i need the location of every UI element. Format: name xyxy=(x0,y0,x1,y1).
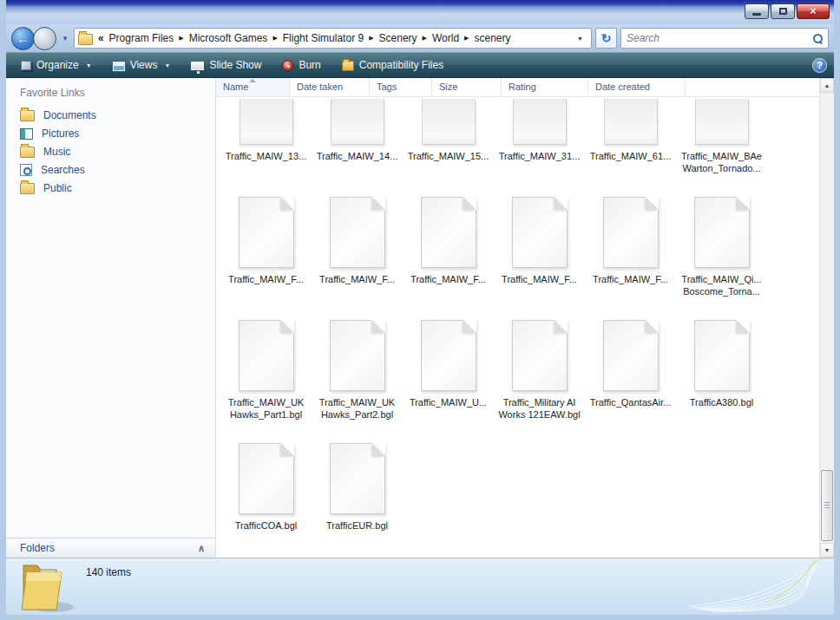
breadcrumb-item[interactable]: ▶ Microsoft Games xyxy=(175,32,267,44)
maximize-button[interactable] xyxy=(771,3,795,19)
document-partial-icon xyxy=(240,99,293,145)
vertical-scrollbar[interactable]: ▲ ▼ xyxy=(819,78,834,558)
scroll-track[interactable] xyxy=(820,93,834,543)
breadcrumb-separator-icon: ▶ xyxy=(269,35,280,42)
back-button[interactable]: ← xyxy=(11,27,35,50)
file-item[interactable]: Traffic_MAIW_F... xyxy=(312,197,403,297)
minimize-button[interactable] xyxy=(745,3,769,19)
document-icon xyxy=(239,443,294,514)
file-label: Traffic_MAIW_14... xyxy=(313,150,402,174)
help-button[interactable]: ? xyxy=(812,58,827,73)
window-frame-bottom xyxy=(6,615,834,620)
search-box xyxy=(620,28,829,49)
details-pane: 140 items xyxy=(6,558,834,615)
document-icon xyxy=(421,197,476,268)
file-item[interactable]: TrafficCOA.bgl xyxy=(220,443,312,544)
explorer-window: × ← → ▼ « ▶ Program Files ▶ Microsoft Ga… xyxy=(0,0,840,620)
file-list-area: Name Date taken Tags Size Rating Date cr… xyxy=(216,78,834,558)
file-label: Traffic_MAIW_UK Hawks_Part2.bgl xyxy=(313,396,402,421)
searches-icon xyxy=(20,164,32,176)
sidebar-item[interactable]: Searches xyxy=(6,160,215,179)
breadcrumb-item[interactable]: ▶ Scenery xyxy=(365,32,417,44)
breadcrumb: ▶ Program Files ▶ Microsoft Games ▶ Flig… xyxy=(109,32,511,44)
sidebar-item[interactable]: Public xyxy=(6,179,215,197)
file-label: Traffic_MAIW_31... xyxy=(495,150,584,174)
document-icon xyxy=(239,320,294,391)
breadcrumb-item[interactable]: ▶ World xyxy=(419,32,460,44)
file-item[interactable]: Traffic_MAIW_UK Hawks_Part2.bgl xyxy=(312,320,403,421)
refresh-icon: ↻ xyxy=(601,31,612,45)
document-icon xyxy=(512,197,568,268)
document-icon xyxy=(239,197,294,268)
document-icon xyxy=(330,197,385,268)
file-item[interactable]: Traffic_MAIW_14... xyxy=(312,99,403,174)
toolbar-button[interactable]: Slide Show xyxy=(183,56,269,74)
breadcrumb-overflow[interactable]: « xyxy=(96,32,106,44)
column-header[interactable]: Date created xyxy=(588,78,686,96)
breadcrumb-item[interactable]: ▶ Program Files xyxy=(109,32,174,44)
pictures-icon xyxy=(20,128,33,140)
file-item[interactable]: Traffic_MAIW_UK Hawks_Part1.bgl xyxy=(220,320,312,421)
file-item[interactable]: Traffic_MAIW_61... xyxy=(585,99,676,174)
file-item[interactable]: Traffic_MAIW_Qi... Boscome_Torna... xyxy=(676,197,767,297)
scroll-up-icon[interactable]: ▲ xyxy=(820,78,834,93)
document-icon xyxy=(603,197,659,268)
file-label: Traffic_Military AI Works 121EAW.bgl xyxy=(495,396,584,421)
toolbar-button[interactable]: Burn xyxy=(274,56,328,74)
file-grid: Traffic_MAIW_13... Traffic_MAIW_14... Tr… xyxy=(216,97,819,544)
file-label: TrafficCOA.bgl xyxy=(222,519,311,544)
document-icon xyxy=(694,320,750,391)
toolbar-button[interactable]: Compatibility Files xyxy=(334,56,451,74)
toolbar-button[interactable]: Views ▼ xyxy=(105,56,179,74)
column-header[interactable]: Tags xyxy=(370,78,432,96)
sidebar-item[interactable]: Music xyxy=(6,142,215,160)
file-item[interactable]: Traffic_MAIW_13... xyxy=(220,99,312,174)
sidebar-item[interactable]: Pictures xyxy=(6,124,215,142)
column-header[interactable]: Date taken xyxy=(290,78,370,96)
sidebar-item[interactable]: Documents xyxy=(6,106,215,124)
file-label: Traffic_MAIW_15... xyxy=(404,150,493,174)
history-chevron-icon[interactable]: ▼ xyxy=(62,35,69,42)
file-item[interactable]: TrafficA380.bgl xyxy=(676,320,767,421)
file-item[interactable]: TrafficEUR.bgl xyxy=(312,443,403,544)
toolbar-button[interactable]: Organize ▼ xyxy=(13,56,100,74)
file-item[interactable]: Traffic_MAIW_15... xyxy=(403,99,494,174)
file-label: Traffic_MAIW_F... xyxy=(313,273,402,297)
chevron-up-icon: ∧ xyxy=(198,543,205,554)
file-item[interactable]: Traffic_MAIW_BAe Warton_Tornado... xyxy=(676,99,767,174)
refresh-button[interactable]: ↻ xyxy=(595,28,617,49)
folder-icon xyxy=(20,147,35,158)
file-item[interactable]: Traffic_MAIW_31... xyxy=(494,99,585,174)
compatibility-files-icon xyxy=(342,61,354,71)
file-item[interactable]: Traffic_Military AI Works 121EAW.bgl xyxy=(494,320,585,421)
column-header[interactable]: Size xyxy=(432,78,502,96)
scroll-thumb[interactable] xyxy=(821,470,833,541)
column-header[interactable]: Name xyxy=(216,78,290,96)
breadcrumb-item[interactable]: ▶ Flight Simulator 9 xyxy=(269,32,364,44)
close-button[interactable]: × xyxy=(797,3,830,19)
file-label: Traffic_MAIW_61... xyxy=(587,150,675,174)
address-dropdown-icon[interactable]: ▼ xyxy=(573,36,587,42)
breadcrumb-separator-icon: ▶ xyxy=(461,35,472,42)
forward-button[interactable]: → xyxy=(33,27,56,50)
folders-bar[interactable]: Folders ∧ xyxy=(6,538,215,558)
breadcrumb-item[interactable]: ▶ scenery xyxy=(461,32,510,44)
scroll-down-icon[interactable]: ▼ xyxy=(820,543,834,558)
address-bar[interactable]: « ▶ Program Files ▶ Microsoft Games ▶ F xyxy=(74,28,592,49)
file-label: Traffic_MAIW_BAe Warton_Tornado... xyxy=(678,150,766,174)
navigation-pane: Favorite Links Documents Pictures Music xyxy=(6,78,216,558)
breadcrumb-separator-icon: ▶ xyxy=(175,35,187,42)
document-icon xyxy=(330,320,385,391)
search-input[interactable] xyxy=(627,32,812,44)
file-item[interactable]: Traffic_MAIW_F... xyxy=(403,197,494,297)
file-item[interactable]: Traffic_MAIW_F... xyxy=(494,197,585,297)
file-item[interactable]: Traffic_MAIW_F... xyxy=(220,197,312,297)
organize-icon xyxy=(21,61,31,70)
column-header[interactable]: Rating xyxy=(502,78,588,96)
file-item[interactable]: Traffic_MAIW_F... xyxy=(585,197,676,297)
file-item[interactable]: Traffic_MAIW_U... xyxy=(403,320,494,421)
search-icon[interactable] xyxy=(812,33,823,43)
file-item[interactable]: Traffic_QantasAir... xyxy=(585,320,676,421)
maximize-icon xyxy=(779,8,787,15)
window-controls: × xyxy=(745,3,830,19)
